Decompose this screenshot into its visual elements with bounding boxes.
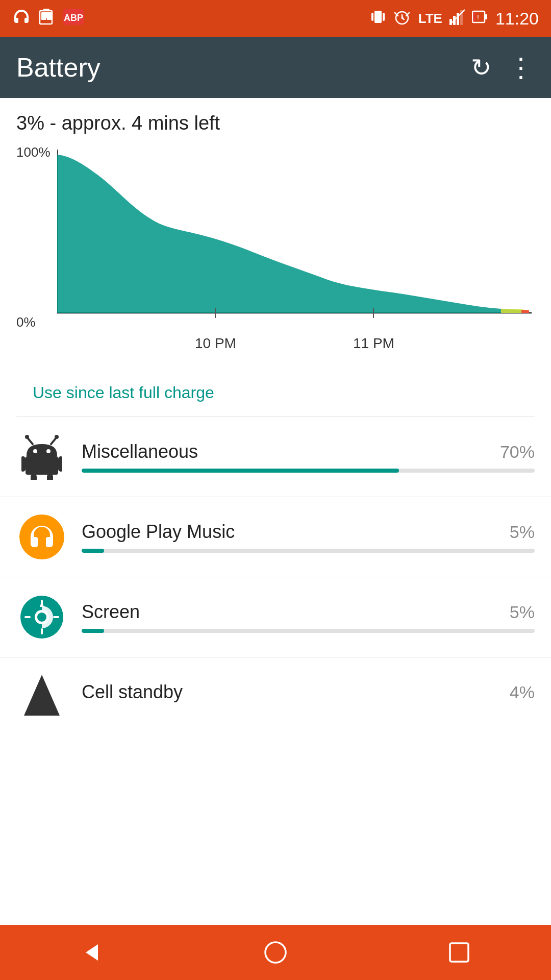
chart-y-high: 100% <box>16 144 51 160</box>
progress-bar-screen-fill <box>82 629 104 633</box>
chart-x-label-11pm: 11 PM <box>353 335 394 352</box>
svg-marker-44 <box>86 944 98 961</box>
cell-standby-icon <box>24 675 60 716</box>
svg-rect-30 <box>21 456 26 472</box>
chart-svg-container <box>57 144 535 340</box>
adblock-status-icon: ABP <box>62 8 85 30</box>
lte-icon: LTE <box>418 11 442 27</box>
svg-rect-33 <box>47 474 53 480</box>
more-options-button[interactable]: ⋮ <box>508 52 535 83</box>
app-info-cell-standby: Cell standby 4% <box>82 681 535 709</box>
alarm-icon <box>393 8 411 30</box>
svg-line-25 <box>51 438 56 444</box>
svg-point-45 <box>265 942 286 963</box>
battery-low-icon: ! <box>472 9 488 29</box>
svg-rect-40 <box>41 628 43 634</box>
app-pct-screen: 5% <box>510 602 535 622</box>
progress-bar-gpm-bg <box>82 549 535 553</box>
svg-marker-43 <box>24 675 60 716</box>
svg-rect-6 <box>374 11 382 23</box>
svg-rect-1 <box>43 9 49 11</box>
app-pct-miscellaneous: 70% <box>500 442 535 462</box>
svg-point-27 <box>33 449 37 453</box>
app-item-cell-standby: Cell standby 4% <box>0 657 551 719</box>
progress-bar-miscellaneous-bg <box>82 469 535 473</box>
vibrate-icon <box>370 8 386 30</box>
svg-rect-42 <box>53 616 59 618</box>
svg-text:ABP: ABP <box>64 13 83 23</box>
signal-icon <box>449 9 465 29</box>
svg-point-34 <box>19 514 64 559</box>
svg-rect-39 <box>41 600 43 606</box>
app-name-screen: Screen <box>82 601 140 623</box>
app-info-google-play-music: Google Play Music 5% <box>82 521 535 553</box>
screen-brightness-icon <box>20 596 63 639</box>
recents-button[interactable] <box>429 932 490 973</box>
svg-point-24 <box>25 435 29 439</box>
svg-rect-8 <box>383 13 385 21</box>
svg-text:!: ! <box>477 15 479 20</box>
svg-rect-32 <box>31 474 37 480</box>
cell-signal-icon-wrapper <box>16 670 67 719</box>
app-bar-actions: ↻ ⋮ <box>471 52 535 83</box>
status-bar-right: LTE ! 11:20 <box>370 8 539 30</box>
svg-point-28 <box>46 449 51 453</box>
app-info-miscellaneous: Miscellaneous 70% <box>82 441 535 473</box>
svg-point-37 <box>37 612 46 622</box>
battery-warning-status-icon: ! <box>39 8 54 30</box>
app-info-screen: Screen 5% <box>82 601 535 633</box>
chart-x-label-10pm: 10 PM <box>195 335 236 352</box>
main-content: 3% - approx. 4 mins left 100% 0% <box>0 98 551 417</box>
headphones-icon-wrapper <box>16 511 67 562</box>
battery-status-text: 3% - approx. 4 mins left <box>16 112 535 134</box>
svg-rect-46 <box>450 943 468 962</box>
page-title: Battery <box>16 52 471 83</box>
svg-rect-31 <box>58 456 62 472</box>
app-list: Miscellaneous 70% Google Play Music 5% <box>0 417 551 719</box>
svg-text:!: ! <box>45 17 47 24</box>
app-name-cell-standby: Cell standby <box>82 681 183 703</box>
app-bar: Battery ↻ ⋮ <box>0 37 551 98</box>
svg-rect-29 <box>26 456 58 475</box>
status-bar: ! ABP LTE <box>0 0 551 37</box>
screen-icon-wrapper <box>16 592 67 643</box>
headphones-icon <box>19 514 64 559</box>
svg-line-23 <box>28 438 33 444</box>
app-item-miscellaneous: Miscellaneous 70% <box>0 417 551 497</box>
svg-rect-41 <box>24 616 31 618</box>
app-pct-cell-standby: 4% <box>510 682 535 702</box>
refresh-button[interactable]: ↻ <box>471 53 491 82</box>
use-since-label[interactable]: Use since last full charge <box>16 369 535 416</box>
status-time: 11:20 <box>495 9 539 29</box>
progress-bar-miscellaneous-fill <box>82 469 399 473</box>
app-item-screen: Screen 5% <box>0 577 551 657</box>
svg-rect-12 <box>457 13 459 25</box>
chart-y-low: 0% <box>16 314 36 330</box>
svg-rect-7 <box>371 13 373 21</box>
battery-chart: 100% 0% 10 PM 11 PM <box>16 144 535 359</box>
navigation-bar <box>0 925 551 980</box>
progress-bar-gpm-fill <box>82 549 104 553</box>
progress-bar-screen-bg <box>82 629 535 633</box>
home-button[interactable] <box>245 932 306 973</box>
svg-point-26 <box>55 435 59 439</box>
app-name-miscellaneous: Miscellaneous <box>82 441 198 462</box>
app-name-google-play-music: Google Play Music <box>82 521 235 543</box>
android-icon-wrapper <box>16 431 67 482</box>
status-bar-left: ! ABP <box>12 8 85 30</box>
svg-rect-17 <box>473 12 475 21</box>
app-pct-google-play-music: 5% <box>510 522 535 542</box>
app-item-google-play-music: Google Play Music 5% <box>0 497 551 577</box>
headphones-status-icon <box>12 8 31 30</box>
svg-rect-16 <box>485 14 487 19</box>
android-icon <box>21 434 62 480</box>
back-button[interactable] <box>61 932 122 973</box>
